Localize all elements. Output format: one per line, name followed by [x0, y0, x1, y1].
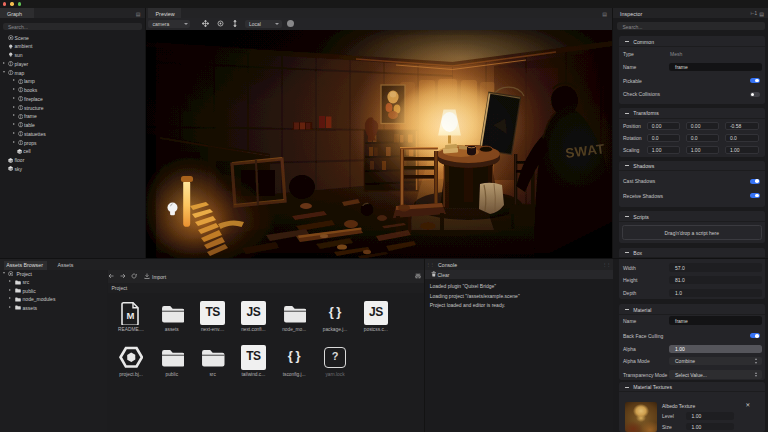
svg-text:M: M [127, 310, 135, 321]
